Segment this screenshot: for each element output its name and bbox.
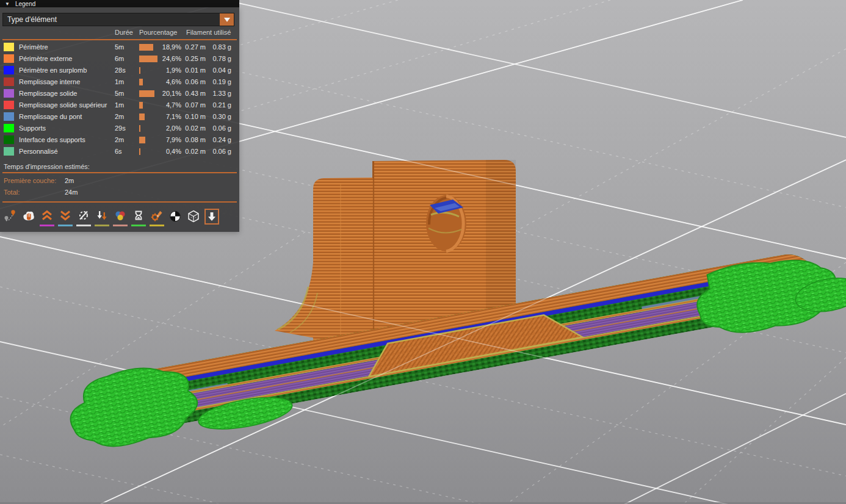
feature-percent: 20,1% — [162, 90, 181, 97]
estimated-times-header: Temps d'impression estimés: — [4, 163, 90, 170]
feature-type-row[interactable]: Remplissage solide supérieur1m4,7%0.07 m… — [0, 99, 239, 111]
feature-color-swatch — [4, 54, 14, 63]
feature-duration: 1m — [115, 78, 124, 85]
feature-filament-length: 0.06 m — [185, 78, 206, 85]
retractions-icon[interactable] — [40, 209, 54, 228]
feature-duration: 1m — [115, 101, 124, 109]
feature-type-row[interactable]: Périmètre5m18,9%0.27 m0.83 g — [0, 41, 239, 53]
feature-percent-bar — [139, 137, 145, 143]
feature-percent-bar — [139, 79, 143, 85]
feature-type-row[interactable]: Interface des supports2m7,9%0.08 m0.24 g — [0, 134, 239, 146]
column-header-duration: Durée — [115, 29, 133, 36]
feature-percent-bar — [139, 125, 140, 132]
feature-label: Périmètre en surplomb — [19, 67, 87, 74]
feature-filament-weight: 0.24 g — [212, 136, 231, 143]
color-changes-icon[interactable] — [113, 209, 128, 228]
feature-type-row[interactable]: Remplissage solide5m20,1%0.43 m1.33 g — [0, 88, 239, 99]
feature-type-row[interactable]: Remplissage du pont2m7,1%0.10 m0.30 g — [0, 111, 239, 123]
feature-percent-bar — [139, 148, 140, 155]
feature-filament-weight: 0.06 g — [212, 148, 231, 155]
separator — [2, 39, 237, 40]
deretractions-icon[interactable] — [58, 209, 73, 228]
chevron-down-icon — [224, 18, 230, 22]
total-time-label: Total: — [4, 189, 20, 196]
feature-duration: 6m — [115, 55, 124, 62]
feature-percent-bar — [139, 90, 154, 97]
feature-filament-weight: 1.33 g — [212, 90, 231, 97]
feature-label: Interface des supports — [19, 136, 85, 143]
column-header-percentage: Pourcentage — [139, 29, 177, 36]
view-type-dropdown[interactable]: Type d'élément — [2, 13, 234, 26]
feature-percent-bar — [139, 102, 143, 109]
feature-type-row[interactable]: Remplissage interne1m4,6%0.06 m0.19 g — [0, 76, 239, 88]
feature-duration: 28s — [115, 67, 126, 74]
legend-toggle-icon[interactable] — [204, 209, 219, 228]
feature-duration: 5m — [115, 43, 124, 51]
feature-duration: 2m — [115, 136, 124, 143]
feature-label: Supports — [19, 124, 46, 132]
feature-duration: 2m — [115, 113, 124, 120]
feature-percent: 7,1% — [166, 113, 181, 120]
feature-type-row[interactable]: Périmètre externe6m24,6%0.25 m0.78 g — [0, 53, 239, 65]
custom-gcode-icon[interactable] — [150, 209, 164, 228]
feature-filament-weight: 0.06 g — [212, 124, 231, 132]
feature-percent-bar — [139, 113, 145, 120]
feature-color-swatch — [4, 66, 14, 74]
feature-percent: 2,0% — [166, 124, 181, 132]
separator — [2, 172, 237, 173]
feature-percent: 24,6% — [162, 55, 181, 62]
collapse-caret-icon[interactable]: ▼ — [5, 1, 10, 7]
feature-color-swatch — [4, 112, 14, 121]
feature-percent-bar — [139, 67, 140, 74]
feature-percent-bar — [139, 56, 157, 62]
tool-changes-icon[interactable] — [95, 209, 109, 228]
feature-percent-bar — [139, 44, 153, 51]
legend-title: Legend — [15, 1, 35, 7]
legend-titlebar[interactable]: ▼ Legend — [0, 0, 239, 7]
feature-filament-weight: 0.04 g — [212, 67, 231, 74]
feature-label: Périmètre — [19, 43, 48, 51]
feature-filament-length: 0.43 m — [185, 90, 206, 97]
feature-percent: 18,9% — [162, 43, 181, 51]
wipe-icon[interactable] — [21, 209, 36, 228]
feature-filament-weight: 0.21 g — [212, 101, 231, 109]
feature-color-swatch — [4, 147, 14, 156]
feature-filament-length: 0.08 m — [185, 136, 206, 143]
feature-duration: 5m — [115, 90, 124, 97]
feature-color-swatch — [4, 101, 14, 109]
feature-percent: 0,4% — [166, 148, 181, 155]
feature-filament-weight: 0.83 g — [212, 43, 231, 51]
feature-percent: 4,6% — [166, 78, 181, 85]
feature-filament-length: 0.02 m — [185, 124, 206, 132]
feature-label: Personnalisé — [19, 148, 58, 155]
feature-color-swatch — [4, 77, 14, 86]
feature-filament-length: 0.02 m — [185, 148, 206, 155]
travel-moves-icon[interactable] — [3, 209, 18, 228]
feature-type-row[interactable]: Périmètre en surplomb28s1,9%0.01 m0.04 g — [0, 65, 239, 76]
legend-body: Type d'élément Durée Pourcentage Filamen… — [0, 7, 239, 232]
feature-percent: 7,9% — [166, 136, 181, 143]
shells-icon[interactable] — [186, 209, 201, 228]
feature-filament-length: 0.07 m — [185, 101, 206, 109]
feature-color-swatch — [4, 135, 14, 144]
feature-label: Périmètre externe — [19, 55, 72, 62]
feature-color-swatch — [4, 124, 14, 132]
center-of-mass-icon[interactable] — [168, 209, 183, 228]
feature-filament-weight: 0.19 g — [212, 78, 231, 85]
feature-filament-length: 0.27 m — [185, 43, 206, 51]
view-type-value: Type d'élément — [7, 15, 57, 24]
pause-prints-icon[interactable] — [131, 209, 146, 228]
feature-type-row[interactable]: Supports29s2,0%0.02 m0.06 g — [0, 123, 239, 134]
feature-label: Remplissage solide — [19, 90, 77, 97]
first-layer-value: 2m — [65, 177, 74, 184]
feature-filament-length: 0.01 m — [185, 67, 206, 74]
feature-percent: 4,7% — [166, 101, 181, 109]
feature-type-row[interactable]: Personnalisé6s0,4%0.02 m0.06 g — [0, 146, 239, 157]
seams-icon[interactable] — [76, 209, 91, 228]
dropdown-button[interactable] — [220, 13, 234, 26]
total-time-value: 24m — [65, 189, 78, 196]
feature-type-table: Périmètre5m18,9%0.27 m0.83 gPérimètre ex… — [0, 41, 239, 157]
gcode-preview-window: { "legend": { "title": "Legend", "type_s… — [0, 0, 846, 504]
feature-filament-weight: 0.30 g — [212, 113, 231, 120]
feature-duration: 29s — [115, 124, 126, 132]
